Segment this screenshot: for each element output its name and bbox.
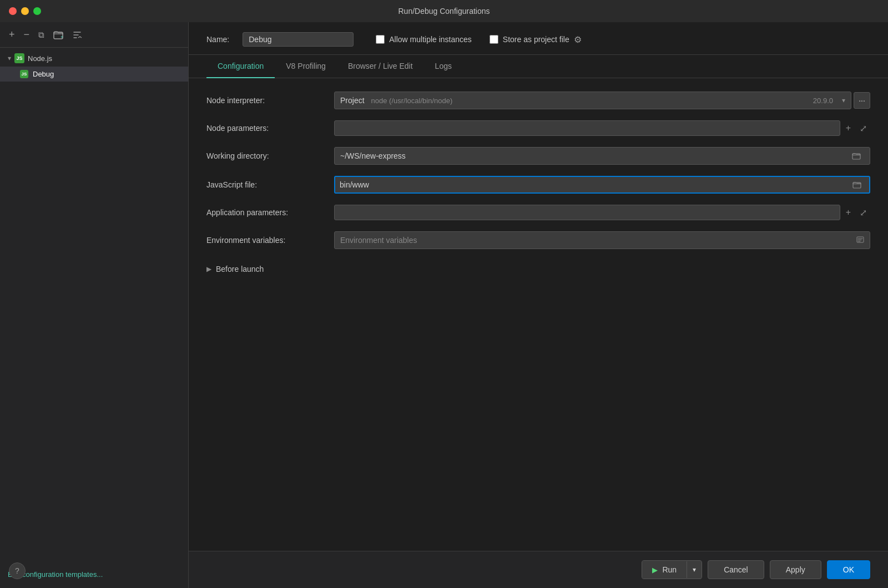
- environment-variables-row: Environment variables: Environment varia…: [206, 231, 870, 249]
- sidebar-group-nodejs[interactable]: ▾ JS Node.js: [0, 50, 188, 67]
- store-as-project-checkbox[interactable]: [490, 35, 498, 44]
- javascript-file-label: JavaScript file:: [206, 180, 334, 189]
- allow-multiple-checkbox[interactable]: [376, 35, 385, 44]
- sort-button[interactable]: [71, 29, 83, 41]
- chevron-down-icon: ▾: [8, 54, 11, 62]
- interpreter-project: Project: [340, 96, 365, 105]
- before-launch-header[interactable]: ▶ Before launch: [206, 265, 870, 273]
- javascript-file-input[interactable]: [340, 180, 847, 189]
- close-button[interactable]: [9, 7, 17, 15]
- application-parameters-label: Application parameters:: [206, 208, 334, 217]
- node-parameters-input[interactable]: [334, 120, 840, 136]
- environment-variables-display[interactable]: Environment variables: [334, 231, 870, 249]
- node-interpreter-field: Project node (/usr/local/bin/node) 20.9.…: [334, 92, 870, 109]
- application-parameters-input[interactable]: [334, 205, 840, 220]
- run-dropdown-button[interactable]: ▾: [687, 561, 702, 578]
- before-launch-section: ▶ Before launch: [206, 260, 870, 273]
- sidebar-footer: Edit configuration templates...: [0, 560, 188, 588]
- interpreter-dropdown[interactable]: Project node (/usr/local/bin/node) 20.9.…: [334, 92, 851, 109]
- env-placeholder: Environment variables: [340, 236, 417, 245]
- tab-browser-live-edit[interactable]: Browser / Live Edit: [337, 55, 424, 78]
- javascript-file-browse-button[interactable]: [849, 179, 865, 190]
- tab-v8profiling[interactable]: V8 Profiling: [275, 55, 337, 78]
- gear-icon[interactable]: ⚙: [574, 34, 582, 45]
- node-interpreter-label: Node interpreter:: [206, 96, 334, 105]
- main-layout: + − ⧉ + ▾ JS: [0, 22, 888, 588]
- node-parameters-add-button[interactable]: +: [842, 121, 854, 135]
- application-parameters-row: Application parameters: + ⤢: [206, 205, 870, 220]
- allow-multiple-option[interactable]: Allow multiple instances: [376, 35, 472, 44]
- config-form: Node interpreter: Project node (/usr/loc…: [189, 78, 888, 551]
- run-icon: ▶: [652, 566, 658, 574]
- window-controls: [9, 7, 41, 15]
- run-label: Run: [662, 565, 677, 574]
- sidebar: + − ⧉ + ▾ JS: [0, 22, 189, 588]
- working-directory-row: Working directory: ~/WS/new-express: [206, 147, 870, 165]
- ok-button[interactable]: OK: [827, 560, 870, 579]
- node-interpreter-row: Node interpreter: Project node (/usr/loc…: [206, 92, 870, 109]
- header-options: Allow multiple instances Store as projec…: [376, 34, 581, 45]
- help-icon: ?: [15, 566, 19, 575]
- new-folder-button[interactable]: +: [52, 29, 64, 41]
- interpreter-path: node (/usr/local/bin/node): [371, 97, 453, 105]
- environment-variables-label: Environment variables:: [206, 236, 334, 245]
- node-parameters-label: Node parameters:: [206, 124, 334, 133]
- chevron-right-icon: ▶: [206, 265, 211, 273]
- working-directory-value: ~/WS/new-express: [340, 151, 406, 160]
- nodejs-group-icon: JS: [14, 53, 24, 63]
- cancel-button[interactable]: Cancel: [708, 560, 764, 579]
- environment-variables-field: Environment variables: [334, 231, 870, 249]
- maximize-button[interactable]: [33, 7, 41, 15]
- add-config-button[interactable]: +: [8, 28, 16, 42]
- interpreter-version: 20.9.0: [813, 97, 833, 105]
- content-area: Name: Allow multiple instances Store as …: [189, 22, 888, 588]
- copy-config-button[interactable]: ⧉: [37, 29, 46, 41]
- working-directory-browse-button[interactable]: [849, 150, 864, 161]
- node-parameters-row: Node parameters: + ⤢: [206, 120, 870, 136]
- help-button[interactable]: ?: [9, 562, 26, 579]
- title-bar: Run/Debug Configurations: [0, 0, 888, 22]
- tab-logs[interactable]: Logs: [424, 55, 463, 78]
- application-parameters-expand-button[interactable]: ⤢: [856, 205, 870, 220]
- tabs-bar: Configuration V8 Profiling Browser / Liv…: [189, 55, 888, 78]
- remove-config-button[interactable]: −: [23, 28, 31, 42]
- sidebar-item-debug[interactable]: JS Debug: [0, 67, 188, 82]
- javascript-file-field: [334, 176, 870, 194]
- config-name-input[interactable]: [243, 32, 354, 47]
- debug-config-icon: JS: [20, 70, 28, 78]
- svg-text:+: +: [60, 34, 63, 40]
- minimize-button[interactable]: [21, 7, 29, 15]
- javascript-file-row: JavaScript file:: [206, 176, 870, 194]
- apply-button[interactable]: Apply: [770, 560, 821, 579]
- run-button-group: ▶ Run ▾: [642, 560, 702, 579]
- bottom-bar: ▶ Run ▾ Cancel Apply OK: [189, 551, 888, 588]
- interpreter-ellipsis-button[interactable]: ···: [854, 92, 870, 109]
- sidebar-group-label: Node.js: [28, 54, 52, 63]
- working-directory-display[interactable]: ~/WS/new-express: [334, 147, 870, 165]
- tab-configuration[interactable]: Configuration: [206, 55, 275, 78]
- dialog-title: Run/Debug Configurations: [398, 7, 490, 16]
- config-header: Name: Allow multiple instances Store as …: [189, 22, 888, 55]
- sidebar-section-nodejs: ▾ JS Node.js JS Debug: [0, 48, 188, 84]
- before-launch-label: Before launch: [216, 265, 264, 273]
- sidebar-toolbar: + − ⧉ +: [0, 22, 188, 48]
- working-directory-field: ~/WS/new-express: [334, 147, 870, 165]
- chevron-down-icon: ▾: [842, 97, 845, 104]
- env-list-icon: [856, 236, 864, 245]
- working-directory-label: Working directory:: [206, 151, 334, 160]
- node-parameters-field: + ⤢: [334, 120, 870, 136]
- allow-multiple-label: Allow multiple instances: [389, 35, 472, 44]
- application-parameters-add-button[interactable]: +: [842, 205, 854, 220]
- name-label: Name:: [206, 35, 229, 44]
- application-parameters-field: + ⤢: [334, 205, 870, 220]
- run-button[interactable]: ▶ Run: [642, 561, 687, 579]
- store-as-project-option[interactable]: Store as project file ⚙: [490, 34, 582, 45]
- sidebar-item-label: Debug: [33, 70, 54, 78]
- store-as-project-label: Store as project file: [503, 35, 569, 44]
- node-parameters-expand-button[interactable]: ⤢: [856, 121, 870, 136]
